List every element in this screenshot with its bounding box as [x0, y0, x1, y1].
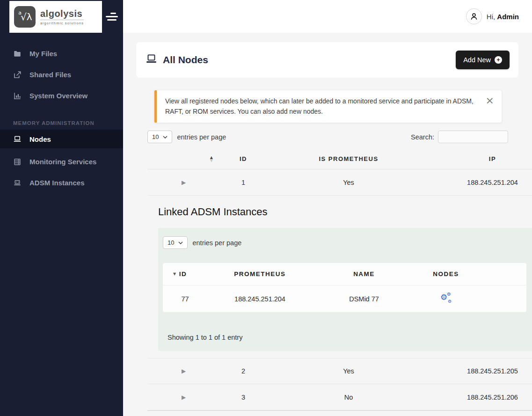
share-icon [13, 71, 22, 79]
cell-ip: 188.245.251.205 [430, 367, 532, 375]
plus-circle-icon: + [495, 56, 502, 64]
brand-logo[interactable]: a√λ algolysis algorithmic solutions [9, 1, 102, 33]
column-header-nodes[interactable]: NODES [415, 270, 476, 277]
sidebar-item-system-overview[interactable]: System Overview [0, 85, 123, 106]
column-header-is-prometheus[interactable]: IS PROMETHEUS [267, 155, 430, 162]
cell-is-prometheus: Yes [267, 179, 430, 186]
page-title: All Nodes [163, 54, 208, 66]
nodes-gears-icon[interactable]: ⚙⚙⚙ [440, 293, 452, 303]
info-alert: View all registered nodes below, which c… [154, 90, 502, 123]
alert-text: View all registered nodes below, which c… [165, 97, 474, 115]
expand-row-icon[interactable]: ▶ [182, 179, 186, 186]
sidebar-item-label: Shared Files [29, 71, 71, 79]
folder-icon [13, 50, 22, 58]
chevron-down-icon [163, 136, 168, 139]
sidebar-item-label: My Files [29, 50, 57, 58]
column-header-id[interactable]: ID [179, 270, 187, 277]
entries-per-page-select[interactable]: 10 [147, 131, 172, 143]
linked-adsm-table: ▼ ID PROMETHEUS NAME NODES 77 188.245 [163, 263, 526, 312]
page-header-card: All Nodes Add New + [136, 42, 518, 78]
nodes-table: ▲▼ ID IS PROMETHEUS IP ▶ 1 Yes 188.245.2… [147, 149, 532, 411]
expanded-row-detail: Linked ADSM Instances 10 entries per pag… [147, 196, 532, 358]
linked-adsm-panel: 10 entries per page ▼ ID [158, 228, 532, 351]
laptop-icon [13, 135, 22, 143]
showing-entries-summary: Showing 1 to 1 of 1 entry [168, 334, 532, 351]
sidebar-item-label: Nodes [29, 135, 51, 143]
table-controls: 10 entries per page Search: [147, 131, 508, 143]
cell-id: 1 [220, 179, 267, 186]
cell-id: 2 [220, 367, 267, 375]
cell-ip: 188.245.251.204 [430, 179, 532, 186]
sidebar-item-my-files[interactable]: My Files [0, 43, 123, 64]
add-new-button[interactable]: Add New + [456, 51, 510, 69]
column-header-name[interactable]: NAME [313, 270, 415, 277]
nodes-table-header: ▲▼ ID IS PROMETHEUS IP [147, 149, 532, 169]
search-input[interactable] [438, 131, 508, 143]
linked-adsm-title: Linked ADSM Instances [158, 206, 532, 218]
server-icon [13, 158, 22, 166]
linked-entries-per-page-label: entries per page [192, 239, 241, 247]
laptop-icon [145, 53, 158, 66]
app-window: a√λ algolysis algorithmic solutions My F… [0, 0, 532, 416]
sort-icon[interactable]: ▲▼ [210, 156, 214, 162]
brand-name: algolysis [40, 8, 84, 20]
user-greeting: Hi, Admin [487, 13, 519, 21]
table-row: ▶ 2 Yes 188.245.251.205 [147, 358, 532, 384]
table-row: ▶ 3 No 188.245.251.206 [147, 384, 532, 410]
laptop-code-icon [13, 179, 22, 187]
column-header-prometheus[interactable]: PROMETHEUS [207, 270, 313, 277]
entries-per-page-label: entries per page [177, 133, 226, 141]
sort-desc-icon[interactable]: ▼ [173, 272, 177, 276]
sidebar-item-label: Monitoring Services [29, 158, 96, 166]
table-bottom-border [147, 410, 532, 411]
cell-is-prometheus: Yes [267, 367, 430, 375]
sidebar: a√λ algolysis algorithmic solutions My F… [0, 0, 123, 416]
table-row: ▶ 1 Yes 188.245.251.204 [147, 169, 532, 196]
column-header-id[interactable]: ID [220, 155, 267, 162]
sidebar-item-monitoring-services[interactable]: Monitoring Services [0, 151, 123, 172]
search-label: Search: [411, 133, 434, 141]
expand-row-icon[interactable]: ▶ [182, 394, 186, 401]
sidebar-section-label: MEMORY ADMINISTRATION [13, 120, 123, 126]
column-header-ip[interactable]: IP [430, 155, 532, 162]
user-name: Admin [497, 13, 519, 21]
cell-id: 77 [163, 295, 207, 303]
expand-row-icon[interactable]: ▶ [182, 368, 186, 374]
sidebar-item-adsm-instances[interactable]: ADSM Instances [0, 172, 123, 193]
topbar: Hi, Admin [123, 0, 532, 33]
brand-logo-icon: a√λ [14, 6, 36, 28]
cell-id: 3 [220, 394, 267, 401]
user-avatar[interactable] [466, 8, 482, 24]
cell-ip: 188.245.251.206 [430, 394, 532, 401]
chevron-down-icon [178, 241, 183, 244]
sidebar-item-shared-files[interactable]: Shared Files [0, 64, 123, 85]
bar-chart-icon [13, 92, 22, 100]
sidebar-toggle-icon[interactable] [106, 13, 120, 22]
linked-entries-per-page-select[interactable]: 10 [163, 236, 188, 249]
cell-is-prometheus: No [267, 394, 430, 401]
sidebar-item-label: ADSM Instances [29, 179, 85, 187]
close-icon[interactable]: × [486, 96, 494, 105]
sidebar-item-nodes[interactable]: Nodes [0, 130, 123, 148]
sidebar-nav: My Files Shared Files System Overview ME… [0, 43, 123, 193]
cell-name: DSMid 77 [313, 295, 415, 303]
page-content: All Nodes Add New + View all registered … [123, 33, 532, 416]
brand-tagline: algorithmic solutions [40, 21, 84, 25]
cell-prometheus: 188.245.251.204 [207, 295, 313, 303]
table-row: 77 188.245.251.204 DSMid 77 ⚙⚙⚙ [163, 285, 526, 312]
linked-table-header: ▼ ID PROMETHEUS NAME NODES [163, 263, 526, 285]
sidebar-item-label: System Overview [29, 92, 87, 100]
